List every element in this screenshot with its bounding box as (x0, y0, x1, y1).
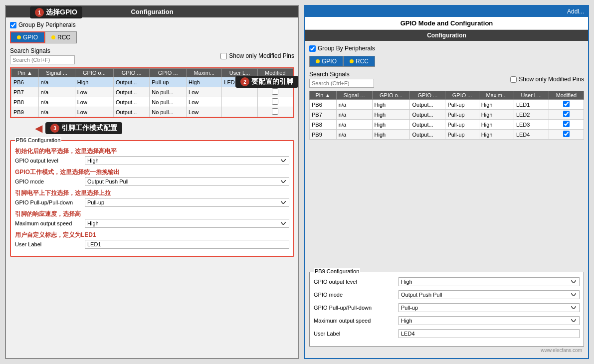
annotation-1-circle: 1 (35, 8, 44, 17)
config-field-input[interactable] (85, 240, 289, 249)
right-config-field-select[interactable]: LowHigh (398, 277, 580, 286)
cell-max: High (479, 110, 514, 120)
right-config-field-row: GPIO Pull-up/Pull-downNo pull-up and no … (314, 303, 580, 312)
cell-pin: PB9 (11, 107, 39, 117)
config-annotation: 初始化后的电平选择，这里选择高电平 (15, 147, 289, 156)
config-field-select[interactable]: No pull-up and no pull-downPull-upPull-d… (85, 198, 289, 207)
cell-modified[interactable] (549, 130, 584, 140)
col-gpio3[interactable]: GPIO ... (150, 69, 187, 77)
cell-gpio2: Output... (410, 110, 445, 120)
right-table-row[interactable]: PB6 n/a High Output... Pull-up High LED1 (310, 100, 584, 110)
right-config-table: Pin ▲ Signal ... GPIO o... GPIO ... GPIO… (309, 91, 584, 140)
right-col-modified[interactable]: Modified (549, 91, 584, 100)
config-field-row: Maximum output speedLowMediumHighVery Hi… (15, 219, 289, 228)
right-tab-rcc-dot (350, 59, 354, 63)
left-table-row[interactable]: PB7 n/a Low Output... No pull... Low (11, 87, 293, 97)
right-config-field-label: GPIO output level (314, 279, 398, 285)
left-table-row[interactable]: PB8 n/a Low Output... No pull... Low (11, 97, 293, 107)
left-panel: Configuration Group By Peripherals 1 选择G… (5, 5, 299, 359)
modified-checkbox[interactable] (563, 111, 570, 117)
right-config-field-input[interactable] (398, 329, 580, 338)
annotation-2-circle: 2 (240, 77, 249, 86)
cell-signal: n/a (38, 97, 75, 107)
right-config-field-select[interactable]: No pull-up and no pull-downPull-upPull-d… (398, 303, 580, 312)
config-field-label: GPIO mode (15, 179, 85, 184)
cell-modified[interactable] (549, 100, 584, 110)
left-table-row[interactable]: PB9 n/a Low Output... No pull... Low (11, 107, 293, 117)
col-signal[interactable]: Signal ... (38, 69, 75, 77)
right-table-row[interactable]: PB7 n/a High Output... Pull-up High LED2 (310, 110, 584, 120)
right-col-user[interactable]: User L... (514, 91, 549, 100)
right-top-bar: Addl... (305, 6, 588, 17)
modified-checkbox[interactable] (272, 108, 278, 115)
right-show-modified-checkbox[interactable] (510, 76, 517, 83)
modified-checkbox[interactable] (563, 101, 570, 107)
cell-signal: n/a (336, 130, 372, 140)
cell-pin: PB7 (310, 110, 337, 120)
cell-signal: n/a (38, 77, 75, 87)
right-col-gpio3[interactable]: GPIO ... (445, 91, 479, 100)
right-table-row[interactable]: PB8 n/a High Output... Pull-up High LED3 (310, 120, 584, 130)
modified-checkbox[interactable] (563, 131, 570, 137)
cell-max: Low (187, 97, 222, 107)
right-col-gpio-out[interactable]: GPIO o... (372, 91, 410, 100)
cell-gpio3: No pull... (150, 97, 187, 107)
col-pin[interactable]: Pin ▲ (11, 69, 39, 77)
cell-gpio-out: High (372, 110, 410, 120)
right-config-field-select[interactable]: LowMediumHighVery High (398, 316, 580, 325)
config-annotation: 用户自定义标志，定义为LED1 (15, 231, 289, 239)
tab-gpio-dot (17, 35, 21, 39)
cell-signal: n/a (336, 120, 372, 130)
right-col-gpio2[interactable]: GPIO ... (410, 91, 445, 100)
cell-user (222, 107, 257, 117)
right-tab-rcc-label: RCC (356, 58, 369, 65)
cell-modified[interactable] (549, 110, 584, 120)
tab-gpio-right[interactable]: GPIO (309, 56, 343, 67)
col-max[interactable]: Maxim... (187, 69, 222, 77)
right-table-section: Pin ▲ Signal ... GPIO o... GPIO ... GPIO… (309, 91, 584, 140)
left-show-modified-label: Show only Modified Pins (229, 52, 294, 59)
right-config-field-select[interactable]: Output Push PullOutput Open Drain (398, 290, 580, 299)
left-search-input[interactable] (10, 55, 75, 64)
right-col-pin[interactable]: Pin ▲ (310, 91, 337, 100)
tab-rcc-dot (51, 35, 55, 39)
modified-checkbox[interactable] (563, 121, 570, 127)
tab-rcc-right[interactable]: RCC (343, 56, 375, 67)
right-group-by-checkbox[interactable] (309, 45, 316, 52)
left-group-by-checkbox[interactable] (10, 22, 16, 28)
right-top-bar-text: Addl... (567, 8, 584, 15)
cell-max: High (479, 120, 514, 130)
tab-rcc-left[interactable]: RCC (45, 31, 77, 43)
cell-max: Low (187, 107, 222, 117)
cell-modified[interactable] (257, 97, 293, 107)
config-field-select[interactable]: Output Push PullOutput Open Drain (85, 177, 289, 186)
cell-gpio3: Pull-up (445, 110, 479, 120)
modified-checkbox[interactable] (272, 98, 278, 105)
right-col-max[interactable]: Maxim... (479, 91, 514, 100)
config-field-select[interactable]: LowMediumHighVery High (85, 219, 289, 228)
cell-modified[interactable] (257, 107, 293, 117)
right-config-label: Configuration (427, 32, 466, 39)
cell-gpio3: Pull-up (150, 77, 187, 87)
right-config-field-row: Maximum output speedLowMediumHighVery Hi… (314, 316, 580, 325)
right-table-row[interactable]: PB9 n/a High Output... Pull-up High LED4 (310, 130, 584, 140)
config-field-row: User Label (15, 240, 289, 249)
right-col-signal[interactable]: Signal ... (336, 91, 372, 100)
cell-modified[interactable] (257, 87, 293, 97)
config-field-select[interactable]: LowHigh (85, 156, 289, 165)
right-config-field-label: GPIO Pull-up/Pull-down (314, 305, 398, 311)
modified-checkbox[interactable] (272, 88, 278, 95)
right-search-label: Search Signals (309, 71, 374, 78)
col-gpio2[interactable]: GPIO ... (114, 69, 150, 77)
right-body: Group By Peripherals GPIO RCC Search Sig… (305, 41, 588, 358)
left-search-label: Search Signals (10, 47, 75, 54)
cell-user: LED4 (514, 130, 549, 140)
cell-modified[interactable] (549, 120, 584, 130)
watermark: www.elecfans.com (309, 347, 584, 354)
cell-gpio-out: High (75, 77, 113, 87)
left-show-modified-checkbox[interactable] (220, 53, 227, 59)
right-search-input[interactable] (309, 79, 374, 88)
col-gpio-out[interactable]: GPIO o... (75, 69, 113, 77)
annotation-3-bubble: 3 引脚工作模式配置 (45, 122, 122, 134)
tab-gpio-left[interactable]: GPIO (10, 31, 45, 43)
